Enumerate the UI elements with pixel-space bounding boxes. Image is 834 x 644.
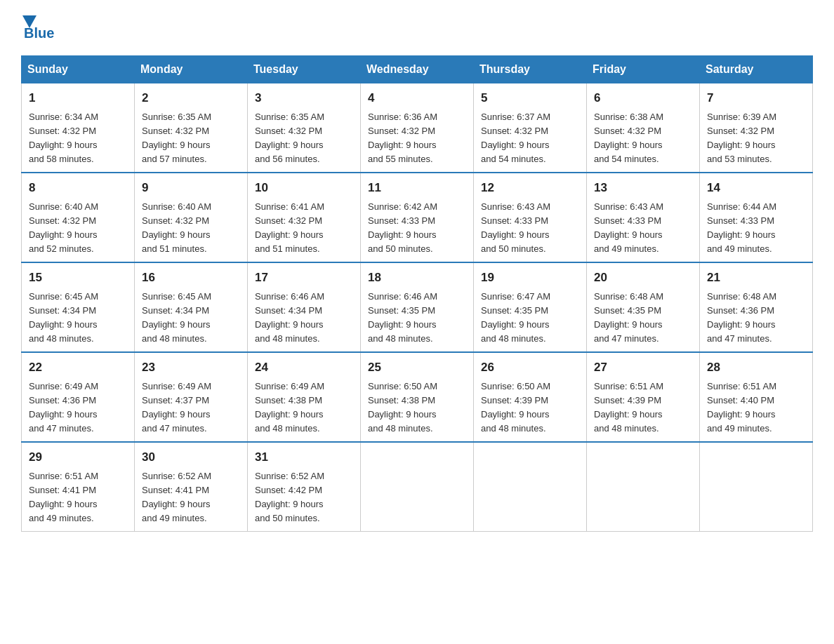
day-info: Sunrise: 6:45 AMSunset: 4:34 PMDaylight:…: [29, 291, 98, 344]
calendar-header-row: SundayMondayTuesdayWednesdayThursdayFrid…: [22, 56, 813, 83]
calendar-cell: 28 Sunrise: 6:51 AMSunset: 4:40 PMDaylig…: [700, 352, 813, 442]
day-info: Sunrise: 6:40 AMSunset: 4:32 PMDaylight:…: [142, 201, 211, 254]
day-number: 26: [481, 358, 579, 377]
day-number: 30: [142, 448, 240, 467]
day-info: Sunrise: 6:38 AMSunset: 4:32 PMDaylight:…: [594, 112, 663, 164]
day-info: Sunrise: 6:47 AMSunset: 4:35 PMDaylight:…: [481, 291, 550, 344]
calendar-cell: 29 Sunrise: 6:51 AMSunset: 4:41 PMDaylig…: [22, 442, 135, 532]
day-number: 12: [481, 179, 579, 197]
calendar-cell: 1 Sunrise: 6:34 AMSunset: 4:32 PMDayligh…: [22, 83, 135, 173]
calendar-cell: 30 Sunrise: 6:52 AMSunset: 4:41 PMDaylig…: [135, 442, 248, 532]
calendar-cell: 13 Sunrise: 6:43 AMSunset: 4:33 PMDaylig…: [587, 173, 700, 262]
calendar-cell: 10 Sunrise: 6:41 AMSunset: 4:32 PMDaylig…: [248, 173, 361, 262]
calendar-cell: 6 Sunrise: 6:38 AMSunset: 4:32 PMDayligh…: [587, 83, 700, 173]
day-info: Sunrise: 6:48 AMSunset: 4:36 PMDaylight:…: [707, 291, 776, 344]
day-info: Sunrise: 6:51 AMSunset: 4:41 PMDaylight:…: [29, 471, 98, 523]
calendar-cell: 31 Sunrise: 6:52 AMSunset: 4:42 PMDaylig…: [248, 442, 361, 532]
day-number: 5: [481, 89, 579, 107]
day-number: 13: [594, 179, 692, 197]
calendar-cell: 8 Sunrise: 6:40 AMSunset: 4:32 PMDayligh…: [22, 173, 135, 262]
day-number: 15: [29, 269, 127, 287]
day-info: Sunrise: 6:36 AMSunset: 4:32 PMDaylight:…: [368, 112, 437, 164]
calendar-cell: 17 Sunrise: 6:46 AMSunset: 4:34 PMDaylig…: [248, 262, 361, 352]
day-info: Sunrise: 6:49 AMSunset: 4:38 PMDaylight:…: [255, 381, 324, 434]
logo: Blue: [21, 14, 54, 41]
day-info: Sunrise: 6:49 AMSunset: 4:37 PMDaylight:…: [142, 381, 211, 434]
calendar-week-row: 15 Sunrise: 6:45 AMSunset: 4:34 PMDaylig…: [22, 262, 813, 352]
day-number: 14: [707, 179, 805, 197]
day-info: Sunrise: 6:52 AMSunset: 4:41 PMDaylight:…: [142, 471, 211, 523]
day-number: 6: [594, 89, 692, 107]
calendar-cell: 9 Sunrise: 6:40 AMSunset: 4:32 PMDayligh…: [135, 173, 248, 262]
day-number: 8: [29, 179, 127, 197]
day-info: Sunrise: 6:51 AMSunset: 4:40 PMDaylight:…: [707, 381, 776, 434]
calendar-cell: 16 Sunrise: 6:45 AMSunset: 4:34 PMDaylig…: [135, 262, 248, 352]
calendar-cell: 7 Sunrise: 6:39 AMSunset: 4:32 PMDayligh…: [700, 83, 813, 173]
calendar-cell: [587, 442, 700, 532]
weekday-header-friday: Friday: [587, 56, 700, 83]
day-info: Sunrise: 6:39 AMSunset: 4:32 PMDaylight:…: [707, 112, 776, 164]
day-number: 29: [29, 448, 127, 467]
page-header: Blue: [21, 14, 813, 41]
day-number: 28: [707, 358, 805, 377]
calendar-cell: 4 Sunrise: 6:36 AMSunset: 4:32 PMDayligh…: [361, 83, 474, 173]
calendar-cell: 18 Sunrise: 6:46 AMSunset: 4:35 PMDaylig…: [361, 262, 474, 352]
day-number: 16: [142, 269, 240, 287]
day-number: 2: [142, 89, 240, 107]
day-number: 1: [29, 89, 127, 107]
calendar-table: SundayMondayTuesdayWednesdayThursdayFrid…: [21, 55, 813, 532]
day-number: 17: [255, 269, 353, 287]
day-number: 20: [594, 269, 692, 287]
day-number: 25: [368, 358, 466, 377]
calendar-cell: 14 Sunrise: 6:44 AMSunset: 4:33 PMDaylig…: [700, 173, 813, 262]
day-number: 19: [481, 269, 579, 287]
day-number: 21: [707, 269, 805, 287]
day-number: 24: [255, 358, 353, 377]
day-info: Sunrise: 6:49 AMSunset: 4:36 PMDaylight:…: [29, 381, 98, 434]
day-info: Sunrise: 6:46 AMSunset: 4:35 PMDaylight:…: [368, 291, 437, 344]
day-number: 31: [255, 448, 353, 467]
day-number: 22: [29, 358, 127, 377]
calendar-cell: 3 Sunrise: 6:35 AMSunset: 4:32 PMDayligh…: [248, 83, 361, 173]
day-info: Sunrise: 6:46 AMSunset: 4:34 PMDaylight:…: [255, 291, 324, 344]
weekday-header-monday: Monday: [135, 56, 248, 83]
calendar-cell: 27 Sunrise: 6:51 AMSunset: 4:39 PMDaylig…: [587, 352, 700, 442]
calendar-week-row: 8 Sunrise: 6:40 AMSunset: 4:32 PMDayligh…: [22, 173, 813, 262]
calendar-cell: 19 Sunrise: 6:47 AMSunset: 4:35 PMDaylig…: [474, 262, 587, 352]
calendar-cell: 5 Sunrise: 6:37 AMSunset: 4:32 PMDayligh…: [474, 83, 587, 173]
weekday-header-wednesday: Wednesday: [361, 56, 474, 83]
calendar-cell: [474, 442, 587, 532]
calendar-cell: 22 Sunrise: 6:49 AMSunset: 4:36 PMDaylig…: [22, 352, 135, 442]
weekday-header-thursday: Thursday: [474, 56, 587, 83]
day-number: 18: [368, 269, 466, 287]
day-info: Sunrise: 6:34 AMSunset: 4:32 PMDaylight:…: [29, 112, 98, 164]
day-number: 27: [594, 358, 692, 377]
calendar-cell: 15 Sunrise: 6:45 AMSunset: 4:34 PMDaylig…: [22, 262, 135, 352]
day-number: 4: [368, 89, 466, 107]
day-info: Sunrise: 6:41 AMSunset: 4:32 PMDaylight:…: [255, 201, 324, 254]
day-info: Sunrise: 6:43 AMSunset: 4:33 PMDaylight:…: [594, 201, 663, 254]
day-info: Sunrise: 6:48 AMSunset: 4:35 PMDaylight:…: [594, 291, 663, 344]
weekday-header-sunday: Sunday: [22, 56, 135, 83]
logo-subtitle: Blue: [24, 25, 54, 41]
day-info: Sunrise: 6:45 AMSunset: 4:34 PMDaylight:…: [142, 291, 211, 344]
calendar-cell: 21 Sunrise: 6:48 AMSunset: 4:36 PMDaylig…: [700, 262, 813, 352]
day-info: Sunrise: 6:44 AMSunset: 4:33 PMDaylight:…: [707, 201, 776, 254]
day-number: 9: [142, 179, 240, 197]
day-info: Sunrise: 6:37 AMSunset: 4:32 PMDaylight:…: [481, 112, 550, 164]
weekday-header-tuesday: Tuesday: [248, 56, 361, 83]
calendar-cell: 25 Sunrise: 6:50 AMSunset: 4:38 PMDaylig…: [361, 352, 474, 442]
calendar-cell: 26 Sunrise: 6:50 AMSunset: 4:39 PMDaylig…: [474, 352, 587, 442]
calendar-cell: 20 Sunrise: 6:48 AMSunset: 4:35 PMDaylig…: [587, 262, 700, 352]
day-info: Sunrise: 6:50 AMSunset: 4:38 PMDaylight:…: [368, 381, 437, 434]
day-info: Sunrise: 6:52 AMSunset: 4:42 PMDaylight:…: [255, 471, 324, 523]
calendar-cell: 11 Sunrise: 6:42 AMSunset: 4:33 PMDaylig…: [361, 173, 474, 262]
calendar-cell: [700, 442, 813, 532]
calendar-cell: 12 Sunrise: 6:43 AMSunset: 4:33 PMDaylig…: [474, 173, 587, 262]
calendar-week-row: 1 Sunrise: 6:34 AMSunset: 4:32 PMDayligh…: [22, 83, 813, 173]
day-info: Sunrise: 6:43 AMSunset: 4:33 PMDaylight:…: [481, 201, 550, 254]
day-info: Sunrise: 6:51 AMSunset: 4:39 PMDaylight:…: [594, 381, 663, 434]
calendar-cell: 24 Sunrise: 6:49 AMSunset: 4:38 PMDaylig…: [248, 352, 361, 442]
day-number: 23: [142, 358, 240, 377]
day-info: Sunrise: 6:42 AMSunset: 4:33 PMDaylight:…: [368, 201, 437, 254]
